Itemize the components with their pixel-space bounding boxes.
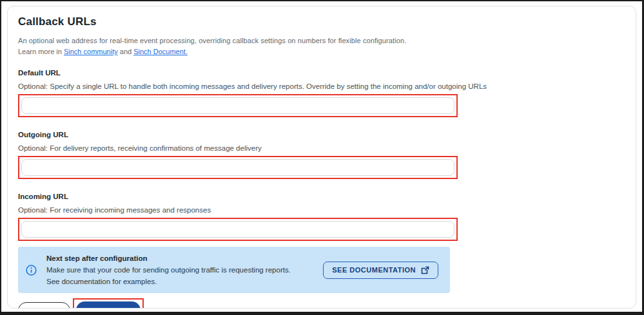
learn-more-prefix: Learn more in — [18, 48, 64, 55]
incoming-url-annotation-highlight — [18, 218, 458, 241]
configure-button[interactable]: CONFIGURE — [76, 301, 141, 309]
incoming-url-section: Incoming URL Optional: For receiving inc… — [18, 193, 625, 241]
info-box-line1: Make sure that your code for sending out… — [46, 266, 323, 274]
incoming-url-helper: Optional: For receiving incoming message… — [18, 206, 625, 214]
info-circle-icon — [25, 265, 37, 276]
sinch-community-link[interactable]: Sinch community — [64, 48, 118, 55]
outgoing-url-section: Outgoing URL Optional: For delivery repo… — [18, 131, 625, 179]
outgoing-url-helper: Optional: For delivery reports, receivin… — [18, 144, 625, 152]
callback-urls-panel: Callback URLs An optional web address fo… — [7, 6, 636, 309]
incoming-url-label: Incoming URL — [18, 193, 625, 200]
outgoing-url-label: Outgoing URL — [18, 131, 625, 138]
cancel-button[interactable]: CANCEL — [18, 302, 70, 309]
screenshot-frame: Callback URLs An optional web address fo… — [0, 0, 644, 315]
info-box-line2: See documentation for examples. — [46, 278, 323, 285]
page-description: An optional web address for real-time ev… — [18, 37, 625, 44]
learn-more-middle: and — [118, 48, 133, 55]
default-url-annotation-highlight — [18, 94, 458, 117]
next-step-info-box: Next step after configuration Make sure … — [18, 247, 450, 293]
configure-annotation-highlight: CONFIGURE — [73, 298, 144, 309]
default-url-section: Default URL Optional: Specify a single U… — [18, 69, 625, 117]
info-box-heading: Next step after configuration — [46, 254, 323, 262]
default-url-input[interactable] — [21, 97, 454, 114]
learn-more-text: Learn more in Sinch community and Sinch … — [18, 48, 625, 55]
info-box-text: Next step after configuration Make sure … — [46, 254, 323, 285]
see-documentation-label: SEE DOCUMENTATION — [332, 266, 416, 274]
external-link-icon — [421, 266, 429, 274]
see-documentation-button[interactable]: SEE DOCUMENTATION — [323, 262, 438, 279]
outgoing-url-input[interactable] — [21, 159, 454, 176]
outgoing-url-annotation-highlight — [18, 156, 458, 179]
default-url-label: Default URL — [18, 69, 625, 77]
default-url-helper: Optional: Specify a single URL to handle… — [18, 82, 625, 90]
form-actions: CANCEL CONFIGURE — [18, 298, 625, 309]
page-title: Callback URLs — [18, 15, 625, 28]
sinch-document-link[interactable]: Sinch Document. — [133, 48, 188, 55]
incoming-url-input[interactable] — [21, 221, 454, 238]
